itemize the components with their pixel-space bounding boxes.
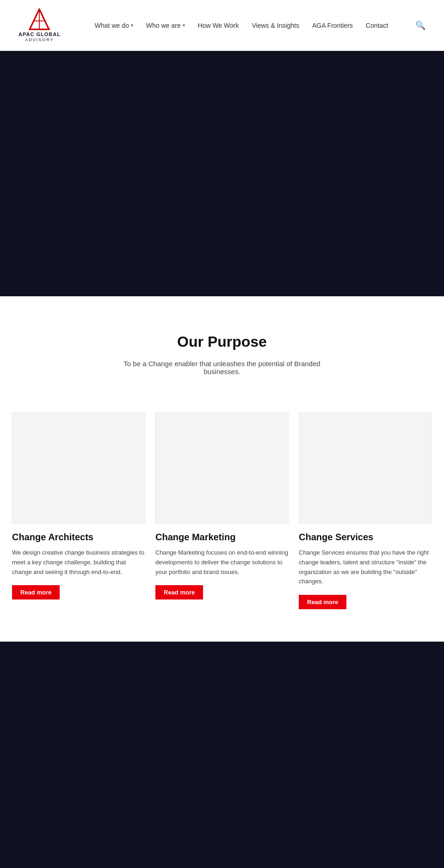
cards-section: Change Architects We design creative cha… <box>0 403 444 642</box>
purpose-section: Our Purpose To be a Change enabler that … <box>0 296 444 403</box>
search-icon[interactable]: 🔍 <box>415 20 426 31</box>
card-change-marketing: Change Marketing Change Marketing focuse… <box>155 412 289 609</box>
bottom-dark-section <box>0 642 444 868</box>
logo[interactable]: APAC GLOBAL ADVISORY <box>18 8 61 42</box>
card-change-architects: Change Architects We design creative cha… <box>12 412 145 609</box>
nav-item-who-we-are[interactable]: Who we are ▾ <box>140 22 191 29</box>
nav-item-views-insights[interactable]: Views & Insights <box>245 22 305 29</box>
navbar: APAC GLOBAL ADVISORY What we do ▾ Who we… <box>0 0 444 51</box>
logo-text-main: APAC GLOBAL <box>18 31 61 37</box>
read-more-button-change-marketing[interactable]: Read more <box>155 585 203 599</box>
card-image-change-services <box>299 412 432 524</box>
card-change-services: Change Services Change Services ensures … <box>299 412 432 609</box>
chevron-down-icon: ▾ <box>131 23 133 28</box>
card-image-change-architects <box>12 412 145 524</box>
nav-links: What we do ▾ Who we are ▾ How We Work Vi… <box>88 22 415 29</box>
card-title-change-services: Change Services <box>299 532 432 543</box>
card-text-change-architects: We design creative change business strat… <box>12 548 145 577</box>
nav-item-what-we-do[interactable]: What we do ▾ <box>88 22 140 29</box>
read-more-button-change-architects[interactable]: Read more <box>12 585 60 599</box>
nav-item-aga-frontiers[interactable]: AGA Frontiers <box>306 22 359 29</box>
nav-item-contact[interactable]: Contact <box>359 22 395 29</box>
card-text-change-services: Change Services ensures that you have th… <box>299 548 432 587</box>
purpose-subtitle: To be a Change enabler that unleashes th… <box>106 360 338 375</box>
card-image-change-marketing <box>155 412 289 524</box>
hero-dark-section <box>0 51 444 296</box>
chevron-down-icon: ▾ <box>183 23 185 28</box>
logo-text-sub: ADVISORY <box>25 37 54 42</box>
card-title-change-architects: Change Architects <box>12 532 145 543</box>
nav-item-how-we-work[interactable]: How We Work <box>191 22 246 29</box>
card-title-change-marketing: Change Marketing <box>155 532 289 543</box>
card-text-change-marketing: Change Marketing focuses on end-to-end w… <box>155 548 289 577</box>
purpose-title: Our Purpose <box>18 333 426 350</box>
read-more-button-change-services[interactable]: Read more <box>299 595 346 609</box>
logo-icon <box>28 8 51 31</box>
